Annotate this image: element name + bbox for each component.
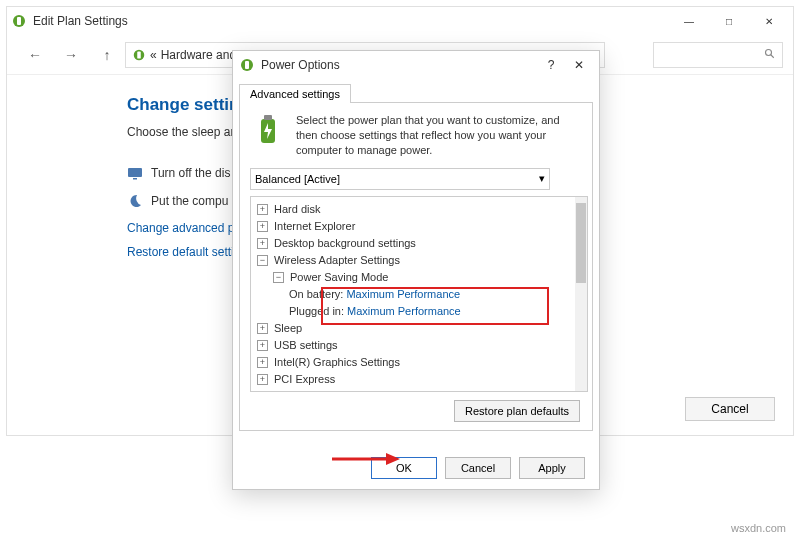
- dialog-title: Power Options: [261, 58, 340, 72]
- setting-label: Put the compu: [151, 194, 228, 208]
- expand-icon[interactable]: +: [257, 323, 268, 334]
- tree-label: Wireless Adapter Settings: [274, 254, 400, 266]
- plan-selected-value: Balanced [Active]: [255, 173, 340, 185]
- expand-icon[interactable]: +: [257, 357, 268, 368]
- tree-node[interactable]: +PCI Express: [257, 371, 569, 388]
- tree-node[interactable]: −Wireless Adapter Settings: [257, 252, 569, 269]
- tree-value[interactable]: Maximum Performance: [347, 305, 461, 317]
- parent-titlebar: Edit Plan Settings ― □ ✕: [7, 7, 793, 35]
- close-button[interactable]: ✕: [565, 54, 593, 76]
- setting-label: Turn off the dis: [151, 166, 230, 180]
- expand-icon[interactable]: +: [257, 340, 268, 351]
- svg-rect-7: [133, 178, 137, 180]
- intro: Select the power plan that you want to c…: [250, 113, 582, 158]
- forward-button[interactable]: →: [59, 43, 83, 67]
- tree-leaf[interactable]: On battery: Maximum Performance: [289, 286, 569, 303]
- tab-advanced-settings[interactable]: Advanced settings: [239, 84, 351, 103]
- tree-value[interactable]: Maximum Performance: [346, 288, 460, 300]
- apply-button[interactable]: Apply: [519, 457, 585, 479]
- minimize-button[interactable]: ―: [669, 9, 709, 33]
- tree-label: Sleep: [274, 322, 302, 334]
- scrollbar[interactable]: [575, 197, 587, 391]
- svg-rect-9: [245, 61, 249, 69]
- up-button[interactable]: ↑: [95, 43, 119, 67]
- power-icon: [239, 57, 255, 73]
- svg-point-4: [766, 49, 772, 55]
- power-icon: [11, 13, 27, 29]
- search-box[interactable]: [653, 42, 783, 68]
- tree-node[interactable]: +USB settings: [257, 337, 569, 354]
- svg-rect-1: [17, 17, 21, 25]
- cancel-button[interactable]: Cancel: [445, 457, 511, 479]
- tree-label: Plugged in:: [289, 305, 344, 317]
- tree-label: PCI Express: [274, 373, 335, 385]
- maximize-button[interactable]: □: [709, 9, 749, 33]
- ok-button[interactable]: OK: [371, 457, 437, 479]
- power-options-dialog: Power Options ? ✕ Advanced settings Sele…: [232, 50, 600, 490]
- close-button[interactable]: ✕: [749, 9, 789, 33]
- tree-node[interactable]: +Desktop background settings: [257, 235, 569, 252]
- back-button[interactable]: ←: [23, 43, 47, 67]
- tree-label: On battery:: [289, 288, 343, 300]
- expand-icon[interactable]: +: [257, 221, 268, 232]
- parent-title: Edit Plan Settings: [33, 14, 128, 28]
- tree-node[interactable]: +Intel(R) Graphics Settings: [257, 354, 569, 371]
- power-plan-icon: [250, 113, 286, 149]
- svg-rect-11: [264, 115, 272, 120]
- display-icon: [127, 165, 143, 181]
- tree-node[interactable]: +Hard disk: [257, 201, 569, 218]
- restore-plan-defaults-button[interactable]: Restore plan defaults: [454, 400, 580, 422]
- settings-tree: +Hard disk+Internet Explorer+Desktop bac…: [250, 196, 588, 392]
- expand-icon[interactable]: +: [257, 374, 268, 385]
- collapse-icon[interactable]: −: [273, 272, 284, 283]
- svg-rect-6: [128, 168, 142, 177]
- tree-label: USB settings: [274, 339, 338, 351]
- chevron-down-icon: ▾: [539, 172, 545, 185]
- tree-label: Internet Explorer: [274, 220, 355, 232]
- breadcrumb-leading: «: [150, 48, 157, 62]
- power-icon: [132, 48, 146, 62]
- tabstrip: Advanced settings: [233, 79, 599, 102]
- tree-node[interactable]: +Internet Explorer: [257, 218, 569, 235]
- collapse-icon[interactable]: −: [257, 255, 268, 266]
- help-button[interactable]: ?: [537, 54, 565, 76]
- sleep-icon: [127, 193, 143, 209]
- tab-panel: Select the power plan that you want to c…: [239, 102, 593, 431]
- watermark: wsxdn.com: [731, 522, 786, 534]
- tree-label: Desktop background settings: [274, 237, 416, 249]
- search-icon: [764, 46, 776, 64]
- svg-line-5: [771, 54, 774, 57]
- expand-icon[interactable]: +: [257, 204, 268, 215]
- tree-leaf[interactable]: Plugged in: Maximum Performance: [289, 303, 569, 320]
- intro-text: Select the power plan that you want to c…: [296, 113, 582, 158]
- tree-label: Hard disk: [274, 203, 320, 215]
- dialog-titlebar: Power Options ? ✕: [233, 51, 599, 79]
- tree-label: Intel(R) Graphics Settings: [274, 356, 400, 368]
- power-plan-select[interactable]: Balanced [Active] ▾: [250, 168, 550, 190]
- dialog-buttons: OK Cancel Apply: [371, 457, 585, 479]
- tree-label: Power Saving Mode: [290, 271, 388, 283]
- parent-buttons: Cancel: [685, 397, 775, 421]
- tree-node[interactable]: +Sleep: [257, 320, 569, 337]
- cancel-button[interactable]: Cancel: [685, 397, 775, 421]
- svg-rect-3: [137, 51, 141, 58]
- tree-node[interactable]: −Power Saving Mode: [273, 269, 569, 286]
- scrollbar-thumb[interactable]: [576, 203, 586, 283]
- expand-icon[interactable]: +: [257, 238, 268, 249]
